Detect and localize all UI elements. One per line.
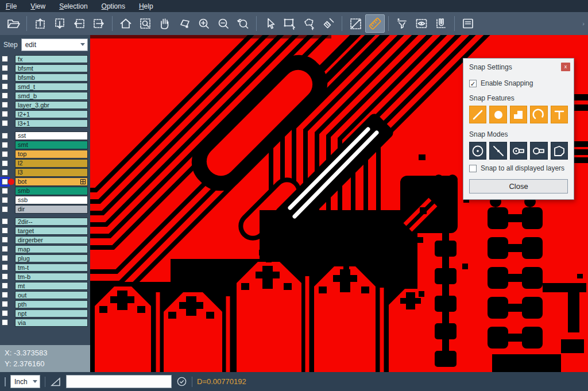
layer-visibility-checkbox[interactable] [2,310,8,316]
snap-feature-text-button[interactable] [551,106,568,123]
filter-button[interactable] [392,14,412,33]
snap-all-layers-checkbox[interactable] [469,165,477,172]
layer-name-bar[interactable]: smt [15,141,88,149]
snap-feature-surface-button[interactable] [510,106,527,123]
toolbar-overflow-icon[interactable]: › [582,20,585,27]
layer-visibility-checkbox[interactable] [2,160,8,167]
pan-up-button[interactable] [30,14,50,33]
layer-name-bar[interactable]: pth [15,300,88,309]
zoom-out-button[interactable] [214,14,233,33]
layer-name-bar[interactable]: l3 [15,168,88,177]
measure-ruler-button[interactable] [365,14,385,33]
layer-visibility-checkbox[interactable] [2,111,8,117]
layer-name-bar[interactable]: l3+1 [15,119,88,128]
pan-right-button[interactable] [89,14,109,33]
layer-visibility-checkbox[interactable] [2,218,8,224]
dialog-titlebar[interactable]: Snap Settings x [463,59,574,75]
layer-visibility-checkbox[interactable] [2,179,8,185]
menu-view[interactable]: View [30,2,45,10]
layer-visibility-checkbox[interactable] [2,273,8,280]
snap-feature-circle-button[interactable] [489,106,506,123]
zoom-window-button[interactable] [136,14,155,33]
layer-name-bar[interactable]: smd_t [15,83,88,91]
dialog-close-action-button[interactable]: Close [469,179,568,193]
layer-name-bar[interactable]: mt [15,282,88,291]
menu-options[interactable]: Options [102,2,125,10]
snap-mode-pad-outline-button[interactable] [530,142,547,160]
snap-mode-line-button[interactable] [489,142,506,160]
layer-visibility-checkbox[interactable] [2,65,8,71]
snap-feature-line-button[interactable] [469,106,486,123]
layer-visibility-checkbox[interactable] [2,120,8,126]
zoom-previous-button[interactable] [233,14,253,33]
layer-visibility-checkbox[interactable] [2,188,8,194]
display-options-button[interactable] [412,14,431,33]
layer-visibility-checkbox[interactable] [2,282,8,289]
layer-name-bar[interactable]: via [15,319,88,327]
rect-select-button[interactable] [280,14,299,33]
layer-name-bar[interactable]: smd_b [15,92,88,100]
layer-name-bar[interactable]: map [15,245,88,254]
snap-mode-center-button[interactable] [469,142,486,160]
layer-name-bar[interactable]: l2+1 [15,110,88,119]
snap-mode-pad-button[interactable] [510,142,527,160]
layer-name-bar[interactable]: bfsmt [15,64,88,73]
layer-visibility-checkbox[interactable] [2,206,8,212]
layer-name-bar[interactable]: tm-t [15,264,88,272]
layer-visibility-checkbox[interactable] [2,255,8,261]
select-arrow-button[interactable] [260,14,280,33]
measure-input[interactable] [66,375,172,388]
pan-left-button[interactable] [69,14,89,33]
layer-name-bar[interactable]: fx [15,55,88,64]
layer-name-bar[interactable]: npt [15,309,88,318]
layer-name-bar[interactable]: bfsmb [15,73,88,82]
clean-brush-button[interactable] [319,14,338,33]
layers-dialog-button[interactable] [458,14,478,33]
layer-visibility-checkbox[interactable] [2,292,8,298]
layer-visibility-checkbox[interactable] [2,237,8,243]
layer-visibility-checkbox[interactable] [2,151,8,157]
menu-help[interactable]: Help [139,2,153,10]
layer-name-bar[interactable]: top [15,150,88,158]
layer-name-bar[interactable]: tm-b [15,273,88,281]
snap-mode-contour-button[interactable] [551,142,568,160]
layer-name-bar[interactable]: layer_3.gbr [15,101,88,110]
layer-visibility-checkbox[interactable] [2,319,8,326]
menu-file[interactable]: File [6,2,17,10]
layer-visibility-checkbox[interactable] [2,227,8,234]
layer-visibility-checkbox[interactable] [2,74,8,80]
home-view-button[interactable] [116,14,136,33]
layer-name-bar[interactable]: out [15,291,88,300]
layer-visibility-checkbox[interactable] [2,102,8,108]
measure-line-button[interactable] [346,14,365,33]
poly-select-button[interactable] [299,14,319,33]
layer-name-bar[interactable]: smb [15,187,88,195]
layer-visibility-checkbox[interactable] [2,246,8,252]
layer-name-bar[interactable]: plug [15,254,88,263]
step-combobox[interactable]: edit [21,38,88,51]
confirm-icon[interactable] [176,376,187,387]
layer-name-bar[interactable]: dir [15,205,88,214]
layer-name-bar[interactable]: bot [15,177,88,186]
layer-name-bar[interactable]: dirgerber [15,236,88,245]
layer-visibility-checkbox[interactable] [2,133,8,139]
dialog-close-button[interactable]: x [561,63,570,71]
layer-name-bar[interactable]: ssb [15,196,88,204]
snap-feature-arc-button[interactable] [530,106,547,123]
enable-snapping-checkbox[interactable]: ✓ [469,80,477,87]
snap-button[interactable] [431,14,451,33]
pan-hand-button[interactable] [155,14,175,33]
zoom-in-button[interactable] [194,14,214,33]
layer-visibility-checkbox[interactable] [2,83,8,90]
layer-name-bar[interactable]: sst [15,131,88,140]
layer-name-bar[interactable]: target [15,227,88,235]
layer-name-bar[interactable]: l2 [15,159,88,168]
layer-visibility-checkbox[interactable] [2,142,8,148]
unit-combobox[interactable]: Inch [10,375,40,388]
layer-visibility-checkbox[interactable] [2,264,8,270]
pan-down-button[interactable] [50,14,69,33]
menu-selection[interactable]: Selection [59,2,87,10]
layer-visibility-checkbox[interactable] [2,56,8,62]
layer-visibility-checkbox[interactable] [2,301,8,307]
layer-visibility-checkbox[interactable] [2,197,8,203]
